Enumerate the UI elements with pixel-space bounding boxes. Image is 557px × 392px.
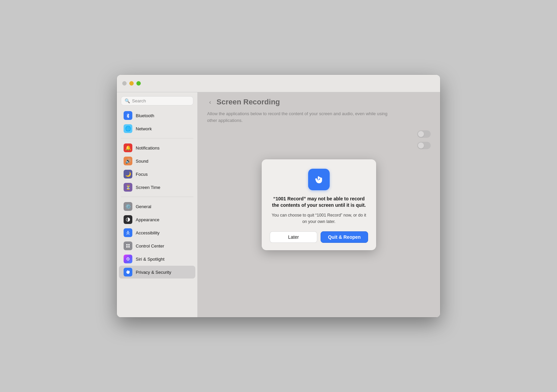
sidebar-label-accessibility: Accessibility — [136, 230, 160, 235]
sidebar-item-general[interactable]: ⚙️ General — [119, 200, 195, 213]
sidebar-label-control-center: Control Center — [136, 243, 164, 249]
dialog-message: You can choose to quit “1001 Record” now… — [270, 212, 368, 225]
window-controls — [122, 81, 141, 86]
network-icon: 🌐 — [124, 124, 132, 133]
sidebar-section-network: Bluetooth 🌐 Network — [117, 108, 197, 136]
sidebar-label-appearance: Appearance — [136, 217, 159, 222]
dialog-overlay: “1001 Record” may not be able to record … — [198, 92, 440, 317]
sidebar-label-bluetooth: Bluetooth — [136, 113, 154, 118]
sidebar-label-general: General — [136, 204, 151, 209]
sound-icon: 🔊 — [124, 157, 132, 165]
svg-point-1 — [128, 231, 129, 232]
sidebar-section-general: ⚙️ General Appearance — [117, 199, 197, 280]
dialog-title: “1001 Record” may not be able to record … — [270, 196, 368, 209]
separator-1 — [121, 138, 193, 138]
sidebar-label-network: Network — [136, 126, 152, 131]
control-center-icon — [124, 241, 132, 250]
svg-rect-3 — [128, 244, 130, 246]
content-area: ‹ Screen Recording Allow the application… — [198, 92, 440, 317]
svg-rect-2 — [126, 244, 128, 246]
sidebar-section-notifications: 🔔 Notifications 🔊 Sound 🌙 Focus ⏳ Screen… — [117, 140, 197, 195]
dialog-buttons: Later Quit & Reopen — [270, 231, 368, 243]
title-bar — [117, 75, 440, 92]
general-icon: ⚙️ — [124, 202, 132, 211]
sidebar-item-accessibility[interactable]: Accessibility — [119, 226, 195, 239]
separator-2 — [121, 197, 193, 197]
search-container: 🔍 Search — [117, 92, 197, 108]
maximize-button[interactable] — [136, 81, 141, 86]
close-button[interactable] — [122, 81, 127, 86]
sidebar-label-screen-time: Screen Time — [136, 185, 160, 190]
later-button[interactable]: Later — [270, 231, 317, 243]
svg-rect-4 — [126, 246, 128, 248]
screen-time-icon: ⏳ — [124, 183, 132, 192]
sidebar: 🔍 Search Bluetooth 🌐 Network — [117, 92, 198, 317]
hand-icon — [313, 173, 325, 186]
focus-icon: 🌙 — [124, 170, 132, 178]
bluetooth-icon — [124, 111, 132, 120]
dialog: “1001 Record” may not be able to record … — [262, 159, 376, 251]
main-window: 🔍 Search Bluetooth 🌐 Network — [117, 75, 440, 317]
dialog-app-icon — [308, 169, 330, 190]
sidebar-label-siri: Siri & Spotlight — [136, 257, 164, 262]
sidebar-label-sound: Sound — [136, 159, 149, 164]
sidebar-item-appearance[interactable]: Appearance — [119, 213, 195, 226]
search-icon: 🔍 — [125, 98, 130, 103]
sidebar-item-screen-time[interactable]: ⏳ Screen Time — [119, 181, 195, 194]
sidebar-item-siri[interactable]: Siri & Spotlight — [119, 253, 195, 265]
sidebar-item-focus[interactable]: 🌙 Focus — [119, 168, 195, 181]
sidebar-item-control-center[interactable]: Control Center — [119, 239, 195, 252]
search-placeholder: Search — [132, 98, 146, 103]
sidebar-item-bluetooth[interactable]: Bluetooth — [119, 109, 195, 122]
sidebar-item-network[interactable]: 🌐 Network — [119, 122, 195, 135]
sidebar-label-notifications: Notifications — [136, 145, 160, 151]
main-layout: 🔍 Search Bluetooth 🌐 Network — [117, 92, 440, 317]
accessibility-icon — [124, 228, 132, 237]
sidebar-item-notifications[interactable]: 🔔 Notifications — [119, 141, 195, 154]
sidebar-label-privacy: Privacy & Security — [136, 270, 171, 275]
quit-reopen-button[interactable]: Quit & Reopen — [321, 231, 368, 243]
privacy-icon — [124, 268, 132, 276]
appearance-icon — [124, 215, 132, 224]
svg-point-7 — [128, 259, 129, 260]
sidebar-item-privacy[interactable]: Privacy & Security — [119, 266, 195, 279]
svg-rect-5 — [128, 246, 130, 248]
sidebar-label-focus: Focus — [136, 172, 148, 177]
notifications-icon: 🔔 — [124, 143, 132, 152]
siri-icon — [124, 255, 132, 263]
search-box[interactable]: 🔍 Search — [121, 96, 193, 105]
sidebar-item-sound[interactable]: 🔊 Sound — [119, 155, 195, 167]
minimize-button[interactable] — [129, 81, 134, 86]
